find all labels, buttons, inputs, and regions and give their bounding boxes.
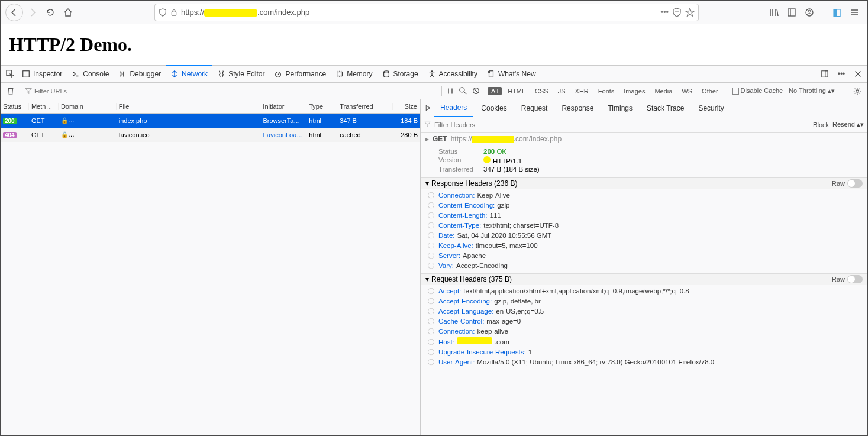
- extension-icon[interactable]: ◧: [828, 4, 845, 21]
- svg-point-12: [488, 71, 491, 73]
- col-transferred[interactable]: Transferred: [337, 103, 393, 110]
- header-row: ⓘVary: Accept-Encoding: [425, 261, 863, 271]
- search-icon[interactable]: [457, 85, 470, 98]
- settings-icon[interactable]: [851, 85, 864, 98]
- block-button[interactable]: Block: [813, 121, 829, 128]
- svg-rect-0: [172, 12, 176, 15]
- filter-css[interactable]: CSS: [531, 87, 552, 95]
- tab-memory[interactable]: Memory: [331, 66, 377, 82]
- devtools-panel: InspectorConsoleDebuggerNetworkStyle Edi…: [1, 66, 867, 435]
- page-title: HTTP/2 Demo.: [9, 34, 859, 56]
- request-headers-section[interactable]: ▾ Request Headers (375 B)Raw: [421, 273, 867, 285]
- svg-rect-5: [7, 70, 12, 76]
- request-list: Status Meth… Domain File Initiator Type …: [1, 99, 421, 435]
- header-row: ⓘAccept: text/html,application/xhtml+xml…: [425, 286, 863, 296]
- col-initiator[interactable]: Initiator: [260, 103, 306, 110]
- account-icon[interactable]: [801, 4, 818, 21]
- tab-console[interactable]: Console: [67, 66, 114, 82]
- header-row: ⓘDate: Sat, 04 Jul 2020 10:55:56 GMT: [425, 231, 863, 241]
- network-toolbar: AllHTMLCSSJSXHRFontsImagesMediaWSOther D…: [1, 83, 867, 99]
- menu-icon[interactable]: [846, 4, 863, 21]
- col-method[interactable]: Meth…: [29, 103, 59, 110]
- filter-js[interactable]: JS: [554, 87, 569, 95]
- header-row: ⓘServer: Apache: [425, 251, 863, 261]
- throttling-dropdown[interactable]: No Throttling ▴▾: [789, 87, 835, 95]
- header-row: ⓘContent-Type: text/html; charset=UTF-8: [425, 221, 863, 231]
- clear-icon[interactable]: [4, 85, 17, 98]
- header-row: ⓘHost: .com: [425, 337, 863, 347]
- filter-headers-input[interactable]: [434, 121, 809, 128]
- header-row: ⓘAccept-Language: en-US,en;q=0.5: [425, 306, 863, 316]
- pause-icon[interactable]: [444, 85, 457, 98]
- filter-xhr[interactable]: XHR: [572, 87, 592, 95]
- url-text: https://.com/index.php: [181, 8, 657, 17]
- filter-media[interactable]: Media: [651, 87, 676, 95]
- raw-toggle[interactable]: [847, 275, 863, 283]
- request-row[interactable]: 404GET🔒…favicon.icoFaviconLoa…htmlcached…: [1, 128, 420, 142]
- close-devtools-icon[interactable]: [851, 67, 865, 81]
- filter-images[interactable]: Images: [620, 87, 648, 95]
- header-row: ⓘConnection: keep-alive: [425, 327, 863, 337]
- svg-rect-8: [337, 72, 343, 76]
- filter-fonts[interactable]: Fonts: [595, 87, 618, 95]
- tab-what-s-new[interactable]: What's New: [482, 66, 541, 82]
- browser-toolbar: https://.com/index.php ••• ◧: [1, 1, 867, 24]
- home-button[interactable]: [60, 4, 76, 21]
- svg-rect-1: [788, 9, 795, 16]
- library-icon[interactable]: [766, 4, 782, 21]
- request-row[interactable]: 200GET🔒…index.phpBrowserTa…html347 B184 …: [1, 114, 420, 128]
- svg-point-15: [460, 88, 464, 92]
- col-domain[interactable]: Domain: [59, 103, 117, 110]
- response-headers-section[interactable]: ▾ Response Headers (236 B)Raw: [421, 177, 867, 189]
- svg-point-9: [383, 71, 389, 73]
- disable-cache-checkbox[interactable]: Disable Cache: [732, 87, 783, 95]
- col-type[interactable]: Type: [306, 103, 337, 110]
- raw-toggle[interactable]: [847, 179, 863, 188]
- svg-rect-13: [822, 71, 828, 77]
- resend-dropdown[interactable]: Resend ▴▾: [832, 121, 864, 128]
- filter-other[interactable]: Other: [698, 87, 722, 95]
- bookmark-icon[interactable]: [685, 8, 695, 17]
- tab-network[interactable]: Network: [166, 65, 212, 82]
- tab-storage[interactable]: Storage: [377, 66, 423, 82]
- tab-debugger[interactable]: Debugger: [114, 66, 166, 82]
- toggle-panel-icon[interactable]: [424, 104, 432, 112]
- col-status[interactable]: Status: [1, 103, 29, 110]
- dock-icon[interactable]: [818, 67, 832, 81]
- header-row: ⓘUser-Agent: Mozilla/5.0 (X11; Ubuntu; L…: [425, 357, 863, 367]
- col-size[interactable]: Size: [393, 103, 420, 110]
- sidebar-icon[interactable]: [783, 4, 800, 21]
- header-row: ⓘConnection: Keep-Alive: [425, 190, 863, 201]
- filter-urls-input[interactable]: [34, 88, 105, 95]
- col-file[interactable]: File: [117, 103, 261, 110]
- svg-point-4: [808, 10, 811, 12]
- detail-tab-security[interactable]: Security: [692, 99, 730, 117]
- devtools-tabs: InspectorConsoleDebuggerNetworkStyle Edi…: [1, 66, 867, 83]
- reload-button[interactable]: [42, 4, 59, 21]
- detail-tab-stack-trace[interactable]: Stack Trace: [641, 99, 690, 117]
- filter-html[interactable]: HTML: [504, 87, 529, 95]
- shield-icon: [159, 8, 167, 17]
- tab-inspector[interactable]: Inspector: [17, 66, 67, 82]
- filter-ws[interactable]: WS: [678, 87, 696, 95]
- detail-tab-headers[interactable]: Headers: [434, 100, 473, 117]
- tab-style-editor[interactable]: Style Editor: [212, 66, 269, 82]
- filter-icon: [424, 121, 431, 128]
- detail-tab-cookies[interactable]: Cookies: [475, 99, 512, 117]
- ellipsis-icon[interactable]: •••: [660, 8, 669, 17]
- detail-tab-request[interactable]: Request: [515, 99, 554, 117]
- header-row: ⓘCache-Control: max-age=0: [425, 316, 863, 327]
- tab-accessibility[interactable]: Accessibility: [423, 66, 482, 82]
- picker-icon[interactable]: [3, 67, 17, 81]
- reader-icon[interactable]: [672, 8, 682, 17]
- header-row: ⓘUpgrade-Insecure-Requests: 1: [425, 347, 863, 357]
- filter-all[interactable]: All: [488, 87, 502, 95]
- tab-performance[interactable]: Performance: [269, 66, 331, 82]
- header-row: ⓘKeep-Alive: timeout=5, max=100: [425, 241, 863, 251]
- block-icon[interactable]: [470, 85, 483, 98]
- url-bar[interactable]: https://.com/index.php •••: [154, 4, 699, 21]
- more-icon[interactable]: •••: [834, 67, 848, 81]
- detail-tab-response[interactable]: Response: [556, 99, 599, 117]
- back-button[interactable]: [5, 4, 23, 21]
- detail-tab-timings[interactable]: Timings: [602, 99, 638, 117]
